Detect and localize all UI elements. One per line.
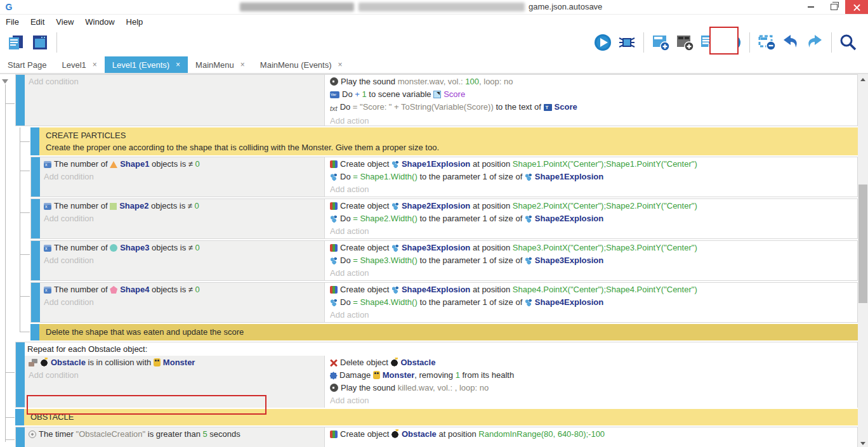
text-segment: Score: [444, 89, 465, 99]
comment-row[interactable]: Delete the shape that was eaten and upda…: [30, 324, 858, 340]
text-segment: Shape2: [119, 201, 148, 211]
action-line[interactable]: Create object Obstacle at position Rando…: [330, 428, 852, 441]
tab-start-page[interactable]: Start Page: [0, 56, 54, 73]
action-line[interactable]: Do = Shape1.Width() to the parameter 1 o…: [330, 171, 852, 183]
condition-line[interactable]: The timer "ObstacleCreation" is greater …: [29, 428, 320, 441]
text-segment: to the parameter 1 of size of: [418, 214, 525, 223]
event-row[interactable]: The timer "ObstacleCreation" is greater …: [15, 427, 858, 447]
add-action-link[interactable]: Add action: [330, 267, 852, 280]
action-line[interactable]: Create object Shape4Explosion at positio…: [330, 283, 852, 296]
scrollbar-thumb[interactable]: [858, 185, 867, 303]
comment-body[interactable]: CREATE PARTICLESCreate the proper one ac…: [39, 127, 858, 155]
condition-line[interactable]: The number of Shape4 objects is ≠ 0: [44, 283, 320, 296]
action-line[interactable]: Do = Shape2.Width() to the parameter 1 o…: [330, 212, 852, 225]
repeat-event-row[interactable]: Repeat for each Obstacle object:Obstacle…: [15, 342, 858, 408]
comment-row[interactable]: OBSTACLE: [15, 409, 858, 425]
add-condition-link[interactable]: Add condition: [44, 296, 320, 309]
action-line[interactable]: Create object Shape3Explosion at positio…: [330, 242, 852, 254]
add-condition-link[interactable]: Add condition: [44, 171, 320, 183]
action-line[interactable]: Do = Shape4.Width() to the parameter 1 o…: [330, 296, 852, 309]
add-action-link[interactable]: Add action: [330, 115, 852, 127]
event-row[interactable]: The number of Shape3 objects is ≠ 0Add c…: [30, 240, 858, 281]
add-action-link[interactable]: Add action: [330, 225, 852, 238]
action-line[interactable]: Create object Shape1Explosion at positio…: [330, 158, 852, 171]
event-row[interactable]: The number of Shape2 objects is ≠ 0Add c…: [30, 198, 858, 239]
action-line[interactable]: Play the sound killed.wav, vol.: , loop:…: [330, 382, 852, 394]
condition-line[interactable]: The number of Shape1 objects is ≠ 0: [44, 158, 320, 171]
comment-body[interactable]: OBSTACLE: [24, 409, 858, 425]
text-segment: Create object: [340, 201, 391, 211]
condition-line[interactable]: The number of Shape3 objects is ≠ 0: [44, 242, 320, 254]
add-event-icon[interactable]: [650, 30, 671, 55]
tab-level1[interactable]: Level1×: [54, 56, 104, 73]
event-row[interactable]: Add conditionPlay the sound monster.wav,…: [15, 74, 858, 126]
close-button[interactable]: [845, 0, 868, 14]
scroll-down-icon[interactable]: [860, 442, 865, 445]
remove-event-icon[interactable]: [756, 30, 777, 55]
text-segment: Shape1Explosion: [535, 172, 603, 181]
add-condition-link[interactable]: Add condition: [29, 75, 320, 88]
event-row[interactable]: The number of Shape1 objects is ≠ 0Add c…: [30, 157, 858, 197]
close-icon[interactable]: ×: [93, 60, 97, 69]
objcount-icon: [44, 161, 51, 168]
tab-mainmenu-events[interactable]: MainMenu (Events)×: [253, 56, 350, 73]
add-condition-link[interactable]: Add condition: [44, 212, 320, 225]
collapse-arrow-icon[interactable]: [2, 79, 8, 84]
action-line[interactable]: Create object Shape2Explosion at positio…: [330, 200, 852, 212]
redo-icon[interactable]: [804, 30, 825, 55]
menu-help[interactable]: Help: [121, 16, 149, 28]
menu-file[interactable]: File: [0, 16, 25, 28]
event-bar: [31, 241, 40, 280]
text-segment: Shape4Explosion: [402, 285, 470, 294]
close-icon[interactable]: ×: [338, 60, 343, 69]
menu-edit[interactable]: Edit: [25, 16, 50, 28]
add-comment-icon[interactable]: [674, 30, 695, 55]
project-manager-icon[interactable]: [5, 30, 27, 55]
condition-line[interactable]: Obstacle is in collision with Monster: [29, 356, 320, 369]
tab-level1-events[interactable]: Level1 (Events)×: [105, 56, 188, 73]
close-icon[interactable]: ×: [240, 60, 245, 69]
add-action-link[interactable]: Add action: [330, 394, 852, 407]
add-condition-link[interactable]: Add condition: [44, 254, 320, 267]
text-segment: Shape3.PointX("Center");Shape3.PointY("C…: [513, 243, 697, 252]
add-action-link[interactable]: Add action: [330, 183, 852, 196]
comment-body[interactable]: Delete the shape that was eaten and upda…: [39, 324, 858, 340]
action-line[interactable]: Do = "Score: " + ToString(Variable(Score…: [330, 101, 852, 115]
menu-window[interactable]: Window: [79, 16, 120, 28]
action-line[interactable]: Damage Monster, removing 1 from its heal…: [330, 369, 852, 382]
action-line[interactable]: Do = Shape3.Width() to the parameter 1 o…: [330, 254, 852, 267]
undo-icon[interactable]: [780, 30, 801, 55]
actions-cell: Create object Shape1Explosion at positio…: [324, 157, 857, 197]
action-line[interactable]: Play the sound monster.wav, vol.: 100, l…: [330, 75, 852, 88]
comment-row[interactable]: CREATE PARTICLESCreate the proper one ac…: [30, 127, 858, 155]
objcount-icon: [44, 203, 51, 210]
add-condition-link[interactable]: Add condition: [29, 369, 320, 382]
restore-button[interactable]: [822, 0, 845, 14]
debug-icon[interactable]: [616, 30, 638, 55]
obstacle-icon: [391, 358, 398, 366]
scroll-up-icon[interactable]: [860, 78, 865, 81]
vertical-scrollbar[interactable]: [858, 74, 868, 447]
minimize-button[interactable]: [799, 0, 822, 14]
action-line[interactable]: Do + 1 to scene variable Score: [330, 88, 852, 101]
menu-view[interactable]: View: [50, 16, 79, 28]
add-subevent-icon[interactable]: [698, 30, 720, 55]
close-icon[interactable]: ×: [176, 60, 180, 69]
text-segment: Shape4Explosion: [535, 297, 603, 307]
search-icon[interactable]: [838, 30, 859, 55]
play-icon[interactable]: [592, 30, 614, 55]
add-new-icon[interactable]: [722, 30, 744, 55]
objcount-icon: [44, 245, 51, 252]
tab-mainmenu[interactable]: MainMenu×: [188, 56, 253, 73]
text-segment: objects is ≠: [148, 201, 194, 211]
text-segment: = Shape4.Width(): [353, 297, 418, 307]
text-segment: Do: [340, 297, 353, 307]
event-bar: [15, 409, 24, 425]
event-row[interactable]: The number of Shape4 objects is ≠ 0Add c…: [30, 282, 858, 323]
add-action-link[interactable]: Add action: [330, 309, 852, 321]
shape1-icon: [110, 161, 117, 168]
text-segment: "ObstacleCreation": [76, 429, 146, 439]
condition-line[interactable]: The number of Shape2 objects is ≠ 0: [44, 200, 320, 212]
scene-editor-icon[interactable]: [29, 30, 51, 55]
action-line[interactable]: Delete object Obstacle: [330, 356, 852, 369]
